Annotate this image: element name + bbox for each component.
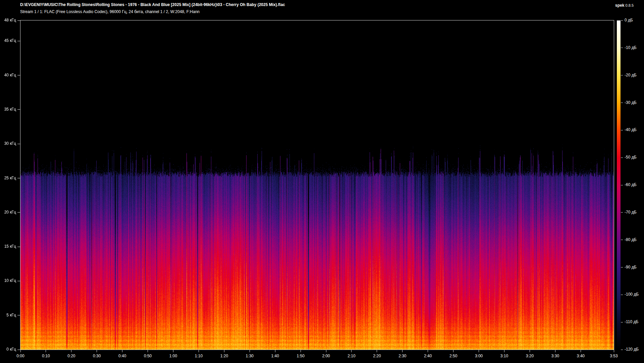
freq-tick-label: 5 кГц [0,313,16,317]
time-tick [148,350,148,352]
time-tick-label: 0:10 [42,354,50,358]
app-version-value: 0.8.5 [626,3,634,7]
time-tick [326,350,326,352]
time-tick-label: 2:20 [373,354,381,358]
freq-tick-label: 48 кГц [0,18,16,22]
db-tick [621,20,623,21]
db-tick-label: -70 дБ [625,210,637,215]
time-tick-label: 0:20 [67,354,75,358]
time-tick [71,350,71,352]
time-tick-label: 1:30 [246,354,254,358]
time-tick-label: 2:30 [398,354,406,358]
db-tick [621,212,623,213]
db-tick [621,185,623,185]
db-tick-label: -60 дБ [625,182,637,187]
db-tick [621,240,623,240]
time-tick-label: 3:10 [500,354,508,358]
time-tick [504,350,504,352]
time-tick [453,350,453,352]
time-tick [530,350,530,352]
file-path-title: D:\EVGENIY\MUSIC\The Rolling Stones\Roll… [20,2,285,7]
db-tick-label: -120 дБ [625,347,639,352]
app-name-label: spek [615,3,624,8]
freq-tick [17,41,20,41]
stream-info-subtitle: Stream 1 / 1: FLAC (Free Lossless Audio … [20,9,200,14]
time-tick-label: 2:00 [322,354,330,358]
db-tick-label: -100 дБ [625,292,639,297]
time-tick [402,350,402,352]
time-tick [122,350,122,352]
time-tick [301,350,301,352]
time-tick [351,350,352,352]
time-tick-label: 3:00 [475,354,483,358]
time-tick-label: 1:50 [297,354,304,358]
spek-window: D:\EVGENIY\MUSIC\The Rolling Stones\Roll… [0,0,644,363]
freq-tick-label: 45 кГц [0,38,16,43]
db-tick-label: -110 дБ [625,319,638,324]
time-tick [479,350,479,352]
freq-tick-label: 40 кГц [0,73,16,77]
time-tick-label: 0:40 [118,354,126,358]
db-tick-label: -20 дБ [625,73,637,77]
db-tick [621,322,623,322]
db-tick-label: -80 дБ [625,237,637,242]
freq-tick [17,350,20,350]
time-tick-label: 0:50 [144,354,152,358]
freq-tick [17,20,20,21]
db-tick [621,48,623,48]
time-tick [20,350,21,352]
time-tick-label: 0:00 [16,354,24,358]
db-tick-label: -30 дБ [625,100,637,105]
freq-tick [17,315,20,315]
freq-tick [17,109,20,110]
time-tick [581,350,581,352]
time-tick [199,350,199,352]
time-tick [614,350,614,352]
freq-tick-label: 15 кГц [0,244,16,249]
time-tick-label: 2:40 [424,354,432,358]
time-tick [46,350,46,352]
app-version: spek 0.8.5 [615,3,634,8]
freq-tick-label: 10 кГц [0,278,16,283]
time-tick [173,350,173,352]
freq-tick [17,212,20,213]
freq-tick-label: 30 кГц [0,141,16,146]
freq-tick [17,247,20,247]
time-tick-label: 2:10 [347,354,355,358]
time-tick-label: 0:30 [93,354,101,358]
freq-tick-label: 35 кГц [0,107,16,112]
time-tick-label: 3:53 [610,354,618,358]
spectrogram-plot-frame [20,20,614,350]
freq-tick-label: 25 кГц [0,176,16,180]
db-tick [621,103,623,103]
db-tick-label: -10 дБ [625,45,637,50]
time-tick [428,350,428,352]
db-tick [621,130,623,130]
freq-tick-label: 0 кГц [0,347,16,352]
db-tick-label: -40 дБ [625,127,637,132]
time-tick-label: 1:40 [271,354,279,358]
freq-tick [17,144,20,144]
db-tick-label: -50 дБ [625,155,637,160]
time-tick [377,350,377,352]
time-tick [275,350,275,352]
freq-tick-label: 20 кГц [0,210,16,215]
freq-tick [17,281,20,281]
freq-tick [17,75,20,75]
time-tick [97,350,97,352]
freq-tick [17,178,20,178]
time-tick [224,350,224,352]
db-tick [621,75,623,75]
time-tick-label: 1:00 [169,354,177,358]
db-tick [621,267,623,267]
time-tick-label: 3:30 [551,354,559,358]
db-tick-label: 0 дБ [625,18,633,22]
time-tick-label: 3:20 [526,354,534,358]
time-tick-label: 2:50 [449,354,457,358]
time-tick-label: 1:20 [220,354,228,358]
time-tick [555,350,555,352]
time-tick-label: 3:40 [577,354,585,358]
db-tick [621,295,623,295]
colorbar [617,20,621,350]
db-tick [621,350,623,350]
